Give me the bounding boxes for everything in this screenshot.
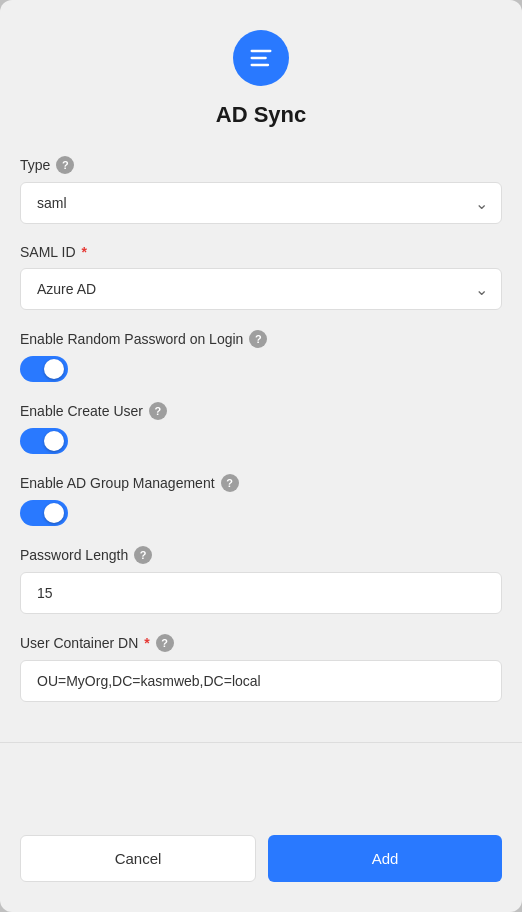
enable-create-user-section: Enable Create User ?: [20, 402, 502, 454]
enable-random-password-track: [20, 356, 68, 382]
enable-create-user-label: Enable Create User: [20, 403, 143, 419]
password-length-input[interactable]: [20, 572, 502, 614]
saml-id-select[interactable]: Azure AD Okta Google: [20, 268, 502, 310]
user-container-dn-label: User Container DN: [20, 635, 138, 651]
password-length-label: Password Length: [20, 547, 128, 563]
svg-rect-1: [251, 57, 267, 59]
modal-container: AD Sync Type ? saml ldap openid ⌄ SAML I…: [0, 0, 522, 912]
enable-random-password-toggle[interactable]: [20, 356, 68, 382]
enable-ad-group-label-row: Enable AD Group Management ?: [20, 474, 502, 492]
enable-random-password-label: Enable Random Password on Login: [20, 331, 243, 347]
enable-ad-group-section: Enable AD Group Management ?: [20, 474, 502, 526]
enable-create-user-help-icon[interactable]: ?: [149, 402, 167, 420]
saml-id-section: SAML ID * Azure AD Okta Google ⌄: [20, 244, 502, 310]
user-container-dn-section: User Container DN * ?: [20, 634, 502, 702]
enable-create-user-toggle-row: [20, 428, 502, 454]
enable-random-password-label-row: Enable Random Password on Login ?: [20, 330, 502, 348]
footer-buttons: Cancel Add: [20, 815, 502, 882]
modal-title: AD Sync: [216, 102, 306, 128]
cancel-button[interactable]: Cancel: [20, 835, 256, 882]
footer-divider: [0, 742, 522, 743]
type-label-row: Type ?: [20, 156, 502, 174]
enable-random-password-section: Enable Random Password on Login ?: [20, 330, 502, 382]
saml-id-required-star: *: [82, 244, 87, 260]
svg-rect-0: [251, 50, 272, 52]
enable-ad-group-toggle-row: [20, 500, 502, 526]
type-label: Type: [20, 157, 50, 173]
type-select[interactable]: saml ldap openid: [20, 182, 502, 224]
saml-id-select-wrapper: Azure AD Okta Google ⌄: [20, 268, 502, 310]
saml-id-label: SAML ID: [20, 244, 76, 260]
user-container-dn-input[interactable]: [20, 660, 502, 702]
user-container-dn-required-star: *: [144, 635, 149, 651]
modal-icon: [233, 30, 289, 86]
enable-ad-group-toggle[interactable]: [20, 500, 68, 526]
enable-ad-group-track: [20, 500, 68, 526]
type-select-wrapper: saml ldap openid ⌄: [20, 182, 502, 224]
enable-create-user-toggle[interactable]: [20, 428, 68, 454]
list-icon: [247, 44, 275, 72]
enable-create-user-label-row: Enable Create User ?: [20, 402, 502, 420]
enable-ad-group-label: Enable AD Group Management: [20, 475, 215, 491]
password-length-section: Password Length ?: [20, 546, 502, 614]
user-container-dn-help-icon[interactable]: ?: [156, 634, 174, 652]
enable-create-user-thumb: [44, 431, 64, 451]
saml-id-label-row: SAML ID *: [20, 244, 502, 260]
password-length-help-icon[interactable]: ?: [134, 546, 152, 564]
password-length-label-row: Password Length ?: [20, 546, 502, 564]
enable-ad-group-help-icon[interactable]: ?: [221, 474, 239, 492]
type-help-icon[interactable]: ?: [56, 156, 74, 174]
enable-create-user-track: [20, 428, 68, 454]
enable-random-password-thumb: [44, 359, 64, 379]
svg-rect-2: [251, 64, 270, 66]
add-button[interactable]: Add: [268, 835, 502, 882]
enable-ad-group-thumb: [44, 503, 64, 523]
type-section: Type ? saml ldap openid ⌄: [20, 156, 502, 224]
user-container-dn-label-row: User Container DN * ?: [20, 634, 502, 652]
enable-random-password-help-icon[interactable]: ?: [249, 330, 267, 348]
enable-random-password-toggle-row: [20, 356, 502, 382]
